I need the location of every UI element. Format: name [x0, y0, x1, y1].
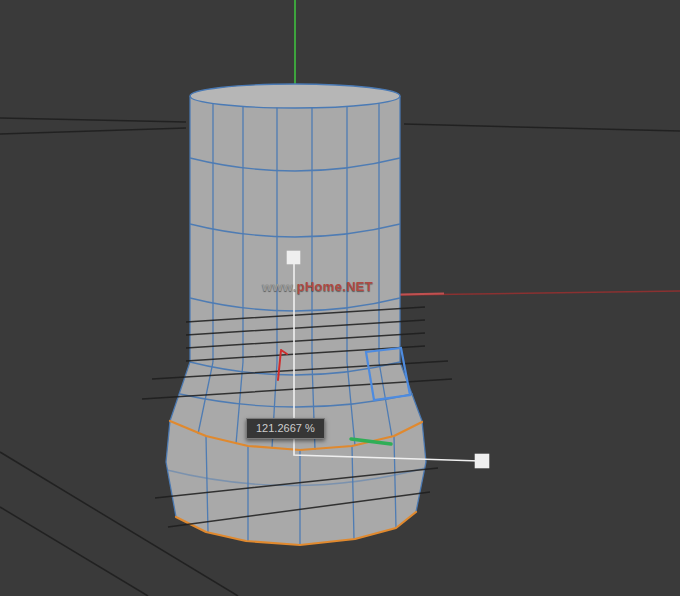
scale-gizmo-origin-handle[interactable]: [288, 252, 300, 264]
watermark-prefix: www.: [262, 279, 297, 294]
viewport-3d[interactable]: www.pHome.NET 121.2667 %: [0, 0, 680, 596]
viewport-canvas: [0, 0, 680, 596]
scale-value-tooltip: 121.2667 %: [246, 418, 325, 439]
scale-gizmo-drag-handle[interactable]: [476, 455, 489, 468]
watermark: www.pHome.NET: [262, 279, 373, 294]
mesh-top-cap[interactable]: [190, 84, 400, 108]
x-axis-line-highlight: [400, 294, 444, 295]
watermark-site: pHome.NET: [297, 279, 373, 294]
mesh-top-cap-group: [190, 84, 400, 108]
